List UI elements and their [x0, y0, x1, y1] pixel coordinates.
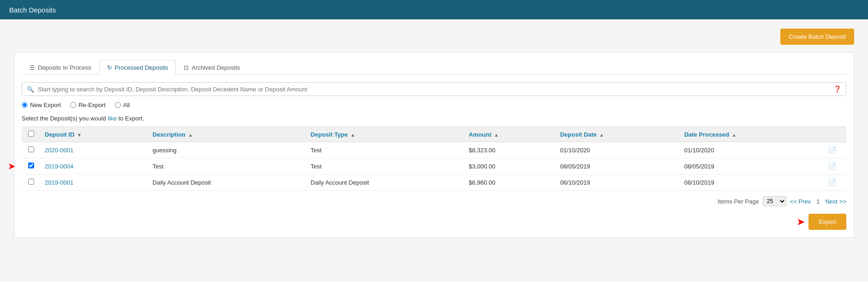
row2-checkbox-cell: ➤ — [22, 158, 40, 174]
row2-deposit-id: 2019-0004 — [40, 158, 148, 174]
row2-action: 📄 — [823, 158, 846, 174]
select-all-checkbox[interactable] — [28, 131, 34, 137]
row1-checkbox-cell — [22, 142, 40, 158]
row2-date-processed: 08/05/2019 — [680, 158, 823, 174]
tab-archived-deposits[interactable]: ⊡ Archived Deposits — [176, 60, 248, 75]
row1-description: guessing — [148, 142, 306, 158]
row2-description: Test — [148, 158, 306, 174]
search-icon: 🔍 — [27, 86, 34, 93]
help-icon[interactable]: ❓ — [833, 85, 841, 93]
col-date-processed: Date Processed ▲ — [680, 127, 823, 142]
row3-deposit-id-link[interactable]: 2019-0001 — [45, 179, 73, 186]
radio-row: New Export Re-Export All — [22, 102, 846, 108]
header-row: Create Batch Deposit — [14, 29, 854, 45]
row3-action: 📄 — [823, 174, 846, 191]
table-row: ➤ 2019-0004 Test Test $3,000.00 08/05/20… — [22, 158, 846, 174]
current-page: 1 — [816, 198, 820, 205]
tab-deposits-in-process[interactable]: ☰ Deposits In Process — [22, 60, 99, 75]
main-card: ☰ Deposits In Process ↻ Processed Deposi… — [14, 52, 854, 238]
sort-date-processed[interactable]: ▲ — [732, 132, 736, 138]
radio-new-export[interactable]: New Export — [22, 102, 61, 108]
top-bar: Batch Deposits — [0, 0, 868, 19]
col-deposit-id: Deposit ID ▼ — [40, 127, 148, 142]
tab-processed-deposits[interactable]: ↻ Processed Deposits — [99, 60, 176, 75]
row1-deposit-type: Test — [306, 142, 464, 158]
next-page-link[interactable]: Next >> — [825, 198, 846, 205]
row3-checkbox[interactable] — [28, 179, 34, 185]
tabs-container: ☰ Deposits In Process ↻ Processed Deposi… — [22, 60, 846, 75]
export-button[interactable]: Export — [808, 214, 846, 230]
row2-amount: $3,000.00 — [464, 158, 556, 174]
table-row: 2020-0001 guessing Test $8,323.00 01/10/… — [22, 142, 846, 158]
row2-download-icon[interactable]: 📄 — [828, 162, 837, 170]
app-title: Batch Deposits — [9, 6, 56, 14]
row1-download-icon[interactable]: 📄 — [828, 146, 837, 154]
sort-deposit-date[interactable]: ▲ — [599, 132, 604, 138]
red-arrow-export: ➤ — [796, 216, 805, 228]
radio-re-export[interactable]: Re-Export — [70, 102, 106, 108]
sort-deposit-type[interactable]: ▲ — [350, 132, 355, 138]
items-per-page-label: Items Per Page — [718, 198, 759, 205]
row3-download-icon[interactable]: 📄 — [828, 178, 837, 186]
archived-deposits-icon: ⊡ — [184, 64, 189, 71]
row2-deposit-type: Test — [306, 158, 464, 174]
search-row: 🔍 ❓ — [22, 82, 846, 96]
row2-checkbox[interactable] — [28, 162, 34, 168]
row3-checkbox-cell — [22, 174, 40, 191]
radio-all[interactable]: All — [115, 102, 130, 108]
table-row: 2019-0001 Daily Account Deposit Daily Ac… — [22, 174, 846, 191]
table-wrapper: Deposit ID ▼ Description ▲ Deposit Type … — [22, 126, 846, 230]
row2-deposit-id-link[interactable]: 2019-0004 — [45, 163, 73, 170]
sort-description[interactable]: ▲ — [188, 132, 193, 138]
row1-deposit-id: 2020-0001 — [40, 142, 148, 158]
row1-date-processed: 01/10/2020 — [680, 142, 823, 158]
prev-page-link[interactable]: << Prev — [790, 198, 811, 205]
items-per-page-select[interactable]: 25 50 100 — [763, 196, 786, 206]
red-arrow-checkbox: ➤ — [8, 161, 16, 172]
row1-action: 📄 — [823, 142, 846, 158]
sort-deposit-id[interactable]: ▼ — [77, 132, 82, 138]
select-deposits-label: Select the Deposit(s) you would like to … — [22, 115, 846, 122]
row2-deposit-date: 08/05/2019 — [556, 158, 680, 174]
col-deposit-type: Deposit Type ▲ — [306, 127, 464, 142]
col-description: Description ▲ — [148, 127, 306, 142]
row3-description: Daily Account Deposit — [148, 174, 306, 191]
row3-date-processed: 06/10/2019 — [680, 174, 823, 191]
col-deposit-date: Deposit Date ▲ — [556, 127, 680, 142]
row1-deposit-id-link[interactable]: 2020-0001 — [45, 147, 73, 154]
processed-deposits-icon: ↻ — [107, 64, 112, 71]
row1-amount: $8,323.00 — [464, 142, 556, 158]
main-content: Create Batch Deposit ☰ Deposits In Proce… — [0, 19, 868, 247]
row3-amount: $6,960.00 — [464, 174, 556, 191]
row1-checkbox[interactable] — [28, 146, 34, 152]
row3-deposit-id: 2019-0001 — [40, 174, 148, 191]
sort-amount[interactable]: ▲ — [494, 132, 498, 138]
create-batch-deposit-button[interactable]: Create Batch Deposit — [780, 29, 854, 45]
search-input[interactable] — [38, 86, 833, 93]
row3-deposit-date: 06/10/2019 — [556, 174, 680, 191]
col-action — [823, 127, 846, 142]
row3-deposit-type: Daily Account Deposit — [306, 174, 464, 191]
col-select-all — [22, 127, 40, 142]
footer-row: ➤ Export — [22, 214, 846, 230]
deposits-in-process-icon: ☰ — [30, 64, 35, 71]
row1-deposit-date: 01/10/2020 — [556, 142, 680, 158]
table-header-row: Deposit ID ▼ Description ▲ Deposit Type … — [22, 127, 846, 142]
deposits-table: Deposit ID ▼ Description ▲ Deposit Type … — [22, 126, 846, 191]
col-amount: Amount ▲ — [464, 127, 556, 142]
pagination-row: Items Per Page 25 50 100 << Prev 1 Next … — [22, 196, 846, 206]
